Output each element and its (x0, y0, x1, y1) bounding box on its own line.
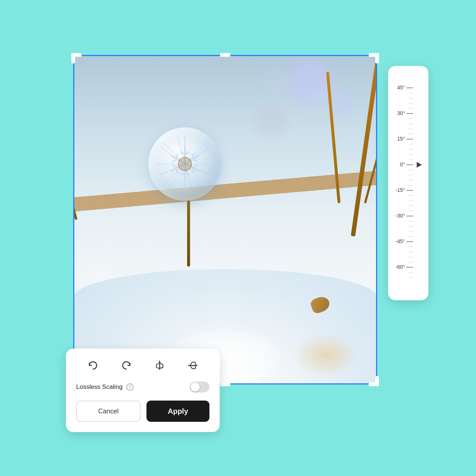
svg-marker-61 (156, 362, 160, 368)
ruler-widget[interactable]: 45° 30° 15° (388, 66, 428, 300)
crop-border (73, 55, 377, 384)
toolbar-icons-row (76, 357, 209, 373)
rotate-right-button[interactable] (118, 357, 134, 373)
svg-marker-64 (190, 362, 196, 365)
svg-text:15°: 15° (397, 136, 405, 142)
svg-text:-45°: -45° (395, 238, 405, 244)
svg-text:0°: 0° (400, 161, 405, 167)
svg-text:-15°: -15° (395, 187, 405, 193)
corner-handle-tr-v[interactable] (375, 53, 379, 63)
cancel-button[interactable]: Cancel (76, 401, 141, 422)
lossless-label: Lossless Scaling (76, 383, 123, 391)
center-handle-top[interactable] (220, 53, 230, 57)
help-icon[interactable]: ? (126, 383, 134, 391)
svg-text:-30°: -30° (395, 213, 405, 219)
image-crop-area (73, 55, 377, 384)
corner-handle-br-v[interactable] (375, 376, 379, 386)
center-handle-bottom[interactable] (220, 383, 230, 386)
svg-text:-60°: -60° (395, 264, 405, 270)
toggle-knob (191, 383, 200, 391)
corner-handle-tl-v[interactable] (71, 53, 75, 63)
svg-marker-62 (160, 362, 163, 368)
ruler-scale: 45° 30° 15° (388, 73, 428, 293)
svg-marker-65 (190, 365, 196, 369)
flip-vertical-button[interactable] (185, 357, 201, 373)
toolbar-panel: Lossless Scaling ? Cancel Apply (66, 349, 220, 432)
lossless-scaling-row: Lossless Scaling ? (76, 382, 209, 393)
svg-text:45°: 45° (397, 85, 405, 90)
svg-marker-33 (417, 162, 422, 168)
rotate-left-button[interactable] (85, 357, 101, 373)
buttons-row: Cancel Apply (76, 401, 209, 422)
apply-button[interactable]: Apply (146, 401, 209, 422)
main-container: 45° 30° 15° (37, 37, 439, 439)
flip-horizontal-button[interactable] (152, 357, 168, 373)
lossless-toggle[interactable] (190, 382, 209, 393)
svg-text:30°: 30° (397, 110, 405, 116)
